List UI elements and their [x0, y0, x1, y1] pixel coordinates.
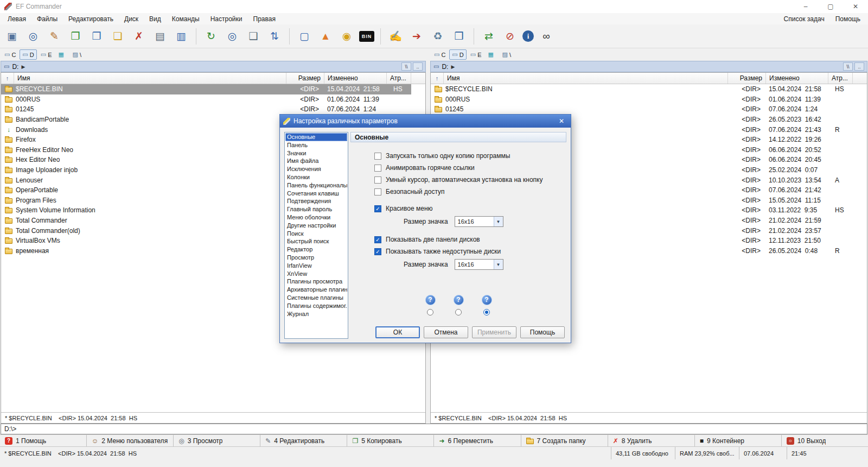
settings-category[interactable]: Исключения: [285, 165, 347, 173]
dialog-button-ок[interactable]: ОК: [375, 326, 420, 338]
left-path-button-root[interactable]: \\: [401, 62, 411, 71]
column-header-date[interactable]: Изменено: [766, 73, 828, 84]
hex-view-icon[interactable]: BIN: [359, 31, 374, 42]
dialog-close-button[interactable]: ✕: [556, 116, 567, 126]
help-icon[interactable]: ?: [423, 293, 437, 306]
print-icon[interactable]: ▤: [151, 28, 169, 45]
checkbox[interactable]: ✓: [374, 236, 381, 243]
right-path-button-root[interactable]: \\: [843, 62, 853, 71]
settings-category[interactable]: Главный пароль: [285, 205, 347, 213]
settings-category[interactable]: IrfanView: [285, 262, 347, 270]
search-icon[interactable]: ◎: [24, 28, 42, 45]
file-row[interactable]: $RECYCLE.BIN<DIR>15.04.2024 21:58HS: [1, 84, 425, 94]
settings-category[interactable]: Значки: [285, 149, 347, 157]
settings-category[interactable]: Редактор: [285, 245, 347, 254]
menu-item-диск[interactable]: Диск: [119, 14, 144, 24]
edit-file-icon[interactable]: ✎: [46, 28, 63, 45]
settings-category[interactable]: Другие настройки: [285, 222, 347, 230]
column-header-name[interactable]: Имя: [444, 73, 728, 84]
delete-file-icon[interactable]: ✗: [130, 28, 148, 45]
icon-style-radio[interactable]: [455, 309, 462, 315]
close-button[interactable]: ✕: [843, 0, 868, 13]
settings-category[interactable]: Сочетания клавиш: [285, 190, 347, 198]
menu-item-правая[interactable]: Правая: [248, 14, 281, 24]
compare-files-icon[interactable]: ❐: [88, 28, 105, 45]
file-row[interactable]: 000RUS<DIR>01.06.2024 11:39: [431, 94, 867, 105]
copy-files-icon[interactable]: ❐: [67, 28, 84, 45]
checklist-edit-icon[interactable]: ✍: [387, 28, 404, 45]
find-duplicates-icon[interactable]: ∞: [538, 28, 555, 45]
menu-item-редактировать[interactable]: Редактировать: [63, 14, 119, 24]
menu-item-помощь[interactable]: Помощь: [830, 14, 866, 24]
column-header-size[interactable]: Размер: [286, 73, 324, 84]
settings-category[interactable]: Имя файла: [285, 157, 347, 165]
right-pathbar[interactable]: ▭D:▶\\..: [430, 61, 867, 72]
settings-category[interactable]: Подтверждения: [285, 197, 347, 205]
swap-panels-icon[interactable]: ⇄: [480, 28, 497, 45]
right-drive-button-special[interactable]: ▦: [485, 49, 498, 60]
left-drive-button-special[interactable]: ▦: [55, 49, 68, 60]
dialog-button-помощь[interactable]: Помощь: [520, 326, 565, 338]
left-path-button-up[interactable]: ..: [413, 62, 423, 71]
search-new-icon[interactable]: ◉: [338, 28, 355, 45]
icon-size-combo[interactable]: 16x16▼: [455, 216, 503, 227]
file-row[interactable]: 01245<DIR>07.06.2024 1:24: [431, 104, 867, 115]
checkbox[interactable]: [374, 176, 381, 184]
info-icon[interactable]: i: [522, 30, 534, 42]
menu-item-список задач[interactable]: Список задач: [778, 14, 830, 24]
settings-category[interactable]: Быстрый поиск: [285, 237, 347, 245]
fkey-6[interactable]: ➜6 Переместить: [433, 435, 520, 446]
fkey-2[interactable]: ☺2 Меню пользователя: [86, 435, 173, 446]
fkey-5[interactable]: ❐5 Копировать: [347, 435, 433, 446]
properties-icon[interactable]: ▥: [173, 28, 190, 45]
settings-category[interactable]: Просмотр: [285, 254, 347, 262]
settings-category[interactable]: Системные плагины: [285, 294, 347, 302]
icon-size-combo[interactable]: 16x16▼: [455, 259, 503, 270]
right-drive-button-E[interactable]: ▭E: [468, 49, 484, 60]
settings-category[interactable]: Поиск: [285, 230, 347, 238]
checkbox[interactable]: [374, 188, 381, 195]
minimize-button[interactable]: –: [793, 0, 818, 13]
right-path-button-up[interactable]: ..: [854, 62, 864, 71]
disconnect-icon[interactable]: ⊘: [501, 28, 519, 45]
fkey-10[interactable]: ○10 Выход: [781, 435, 868, 446]
dialog-titlebar[interactable]: Настройка различных параметров ✕: [280, 115, 571, 128]
settings-category[interactable]: Меню оболочки: [285, 213, 347, 222]
icon-style-radio[interactable]: [483, 309, 490, 315]
fkey-1[interactable]: ?1 Помощь: [0, 435, 86, 446]
menu-item-настройки[interactable]: Настройки: [205, 14, 248, 24]
right-drive-button-\[interactable]: ▨\: [499, 49, 513, 60]
left-pathbar[interactable]: ▭D:▶\\..: [1, 61, 426, 72]
find-files-icon[interactable]: ◎: [224, 28, 241, 45]
menu-item-команды[interactable]: Команды: [167, 14, 205, 24]
checkbox[interactable]: ✓: [374, 205, 381, 212]
checkbox[interactable]: [374, 165, 381, 172]
settings-category-list[interactable]: ОсновныеПанельЗначкиИмя файлаИсключенияК…: [284, 132, 348, 339]
dialog-button-отмена[interactable]: Отмена: [424, 326, 468, 338]
menu-item-файлы[interactable]: Файлы: [31, 14, 63, 24]
fkey-9[interactable]: ■9 Контейнер: [694, 435, 781, 446]
left-drive-button-\[interactable]: ▨\: [69, 49, 84, 60]
left-drive-button-C[interactable]: ▭C: [2, 49, 18, 60]
quick-view-icon[interactable]: ▢: [296, 28, 313, 45]
screen-export-icon[interactable]: ➔: [408, 28, 425, 45]
settings-category[interactable]: Панель: [285, 141, 347, 149]
column-header-size[interactable]: Размер: [728, 73, 766, 84]
icon-style-radio[interactable]: [427, 309, 433, 315]
console-window-icon[interactable]: ▣: [3, 28, 21, 45]
fkey-8[interactable]: ✗8 Удалить: [608, 435, 694, 446]
sync-dirs-icon[interactable]: ⇅: [266, 28, 283, 45]
help-icon[interactable]: ?: [451, 293, 465, 306]
settings-category[interactable]: Основные: [285, 133, 347, 141]
recycle-bin-icon[interactable]: ♻: [429, 28, 446, 45]
settings-category[interactable]: XnView: [285, 270, 347, 278]
help-icon[interactable]: ?: [480, 293, 494, 306]
dialog-button-применить[interactable]: Применить: [472, 326, 516, 338]
cone-icon[interactable]: ▲: [317, 28, 334, 45]
settings-category[interactable]: Архиваторные плагин...: [285, 286, 347, 294]
column-header-attr[interactable]: Атр...: [387, 73, 411, 84]
menu-item-вид[interactable]: Вид: [144, 14, 167, 24]
checkbox[interactable]: ✓: [374, 248, 381, 255]
settings-category[interactable]: Плагины просмотра: [285, 277, 347, 286]
remote-screen-icon[interactable]: ❒: [450, 28, 468, 45]
